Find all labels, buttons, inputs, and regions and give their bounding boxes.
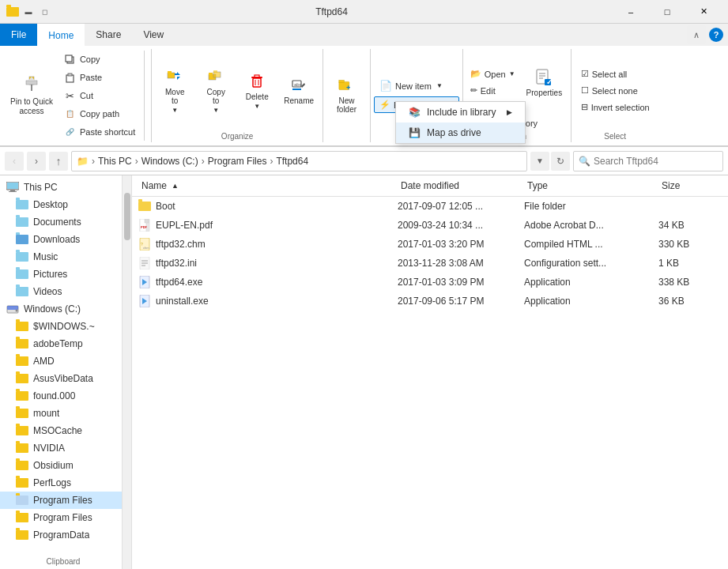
invert-selection-button[interactable]: ⊟ Invert selection (577, 100, 654, 115)
pin-to-quick-access-button[interactable]: Pin to Quickaccess (3, 51, 60, 141)
address-dropdown-button[interactable]: ▼ (530, 152, 549, 171)
address-bar[interactable]: 📁 › This PC › Windows (C:) › Program Fil… (71, 151, 527, 171)
copy-path-button[interactable]: 📋 Copy path (60, 105, 139, 122)
breadcrumb[interactable]: 📁 › This PC › Windows (C:) › Program Fil… (77, 156, 308, 167)
close-button[interactable]: ✕ (685, 0, 722, 24)
copy-to-button[interactable]: Copyto ▼ (196, 65, 236, 116)
sidebar-item-swindows[interactable]: $WINDOWS.~ (0, 318, 122, 335)
table-row[interactable]: ?chm tftpd32.chm 2017-01-03 3:20 PM Comp… (132, 235, 728, 254)
include-in-library-item[interactable]: 📚 Include in library ▶ (396, 102, 525, 122)
paste-button[interactable]: Paste (60, 69, 139, 86)
svg-rect-26 (338, 81, 343, 83)
header-type[interactable]: Type (524, 179, 658, 193)
properties-button[interactable]: ✓ Properties (521, 66, 568, 100)
copy-button[interactable]: Copy (60, 51, 139, 68)
minimize-button[interactable]: – (613, 0, 649, 24)
map-as-drive-item[interactable]: 💾 Map as drive (396, 122, 525, 143)
sidebar-item-downloads[interactable]: Downloads (0, 231, 122, 248)
ribbon-collapse-btn[interactable]: ∧ (687, 25, 706, 44)
up-button[interactable]: ↑ (49, 152, 68, 171)
downloads-label: Downloads (33, 234, 80, 245)
file-size: 34 KB (658, 220, 722, 231)
pc-icon (6, 181, 19, 194)
maximize-button[interactable]: □ (649, 0, 685, 24)
organize-group: Moveto ▼ Copyto ▼ Delete ▼ (152, 49, 323, 142)
sidebar-item-documents[interactable]: Documents (0, 213, 122, 231)
file-area: Name ▲ Date modified Type Size Boot 2017… (132, 175, 728, 569)
svg-rect-16 (253, 78, 261, 87)
file-size: 330 KB (658, 239, 722, 250)
header-name[interactable]: Name ▲ (138, 179, 398, 193)
forward-button[interactable]: › (27, 152, 46, 171)
sidebar-item-mount[interactable]: mount (0, 405, 122, 422)
rename-button[interactable]: abc Rename (278, 73, 319, 107)
select-none-button[interactable]: ☐ Select none (577, 83, 654, 98)
sidebar-item-this-pc[interactable]: This PC (0, 179, 122, 196)
table-row[interactable]: tftpd32.ini 2013-11-28 3:08 AM Configura… (132, 254, 728, 273)
sidebar-item-amd[interactable]: AMD (0, 352, 122, 370)
sidebar-item-msocache[interactable]: MSOCache (0, 422, 122, 439)
sidebar-item-program-files-x86[interactable]: Program Files (0, 509, 122, 526)
msocache-folder-icon (16, 424, 28, 437)
search-input[interactable] (594, 156, 718, 167)
sidebar-item-music[interactable]: Music (0, 248, 122, 266)
back-button[interactable]: ‹ (5, 152, 24, 171)
tab-share[interactable]: Share (85, 24, 132, 46)
sidebar-item-nvidia[interactable]: NVIDIA (0, 439, 122, 457)
header-size[interactable]: Size (658, 179, 722, 193)
select-buttons: ☑ Select all ☐ Select none ⊟ Invert sele… (577, 51, 654, 130)
sidebar-item-videos[interactable]: Videos (0, 283, 122, 300)
refresh-button[interactable]: ↻ (551, 152, 570, 171)
sidebar-item-pictures[interactable]: Pictures (0, 266, 122, 283)
sidebar-item-obsidium[interactable]: Obsidium (0, 457, 122, 474)
cut-button[interactable]: ✂ Cut (60, 87, 139, 104)
sidebar-item-adobetemp[interactable]: adobeTemp (0, 335, 122, 352)
new-folder-button[interactable]: + Newfolder (330, 73, 364, 116)
sidebar-item-perflogs[interactable]: PerfLogs (0, 474, 122, 492)
file-date: 2009-03-24 10:34 ... (398, 220, 524, 231)
file-name-chm: ?chm tftpd32.chm (138, 238, 398, 251)
file-name-text: Boot (156, 201, 175, 212)
file-type: Adobe Acrobat D... (524, 220, 658, 231)
file-date: 2017-09-06 5:17 PM (398, 296, 524, 307)
adobetemp-label: adobeTemp (33, 338, 83, 349)
new-item-button[interactable]: 📄 New item ▼ (374, 77, 459, 95)
move-to-button[interactable]: Moveto ▼ (155, 65, 194, 116)
table-row[interactable]: uninstall.exe 2017-09-06 5:17 PM Applica… (132, 292, 728, 311)
nvidia-folder-icon (16, 442, 28, 454)
table-row[interactable]: tftpd64.exe 2017-01-03 3:09 PM Applicati… (132, 273, 728, 292)
header-date-modified[interactable]: Date modified (398, 179, 524, 193)
sidebar-item-found000[interactable]: found.000 (0, 387, 122, 405)
file-size: 338 KB (658, 277, 722, 288)
amd-folder-icon (16, 355, 28, 367)
sidebar-scrollbar[interactable] (123, 175, 132, 569)
minimize-icon-small: ▬ (22, 6, 35, 18)
sidebar-item-desktop[interactable]: Desktop (0, 196, 122, 213)
search-bar[interactable]: 🔍 (573, 151, 723, 171)
sidebar-scrollbar-thumb[interactable] (124, 193, 130, 240)
move-to-icon (165, 67, 184, 86)
delete-button[interactable]: Delete ▼ (237, 70, 277, 112)
sidebar-item-windows-c[interactable]: Windows (C:) (0, 300, 122, 318)
svg-marker-24 (301, 83, 305, 88)
table-row[interactable]: Boot 2017-09-07 12:05 ... File folder (132, 197, 728, 216)
select-all-button[interactable]: ☑ Select all (577, 66, 654, 81)
tab-home[interactable]: Home (37, 24, 85, 46)
copy-path-label: Copy path (80, 109, 119, 119)
sidebar-item-program-files[interactable]: Program Files (0, 492, 122, 509)
paste-shortcut-button[interactable]: 🔗 Paste shortcut (60, 123, 139, 141)
sidebar-item-programdata[interactable]: ProgramData (0, 526, 122, 544)
file-name-tftpd64: tftpd64.exe (138, 276, 398, 288)
table-row[interactable]: PDF EUPL-EN.pdf 2009-03-24 10:34 ... Ado… (132, 216, 728, 235)
sidebar-item-asusvibe[interactable]: AsusVibeData (0, 370, 122, 387)
tab-file[interactable]: File (0, 24, 37, 46)
obsidium-label: Obsidium (33, 460, 74, 471)
open-button[interactable]: 📂 Open ▼ (466, 66, 519, 81)
properties-icon: ✓ (534, 68, 553, 87)
swindows-folder-icon (16, 320, 28, 333)
edit-button[interactable]: ✏ Edit (466, 83, 519, 98)
help-btn[interactable]: ? (709, 28, 723, 42)
svg-text:chm: chm (143, 246, 149, 250)
tab-view[interactable]: View (132, 24, 175, 46)
paste-shortcut-label: Paste shortcut (80, 127, 135, 137)
